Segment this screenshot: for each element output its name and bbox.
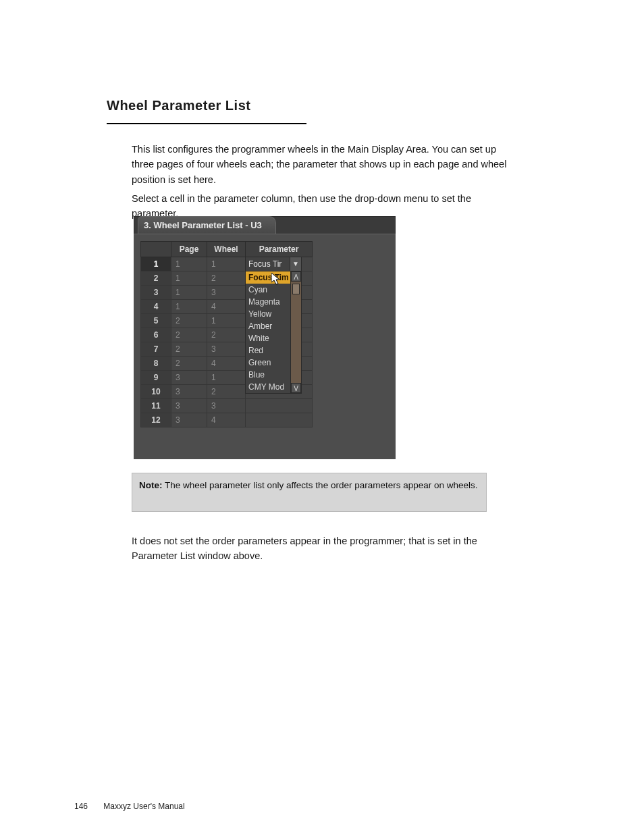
cell-page[interactable]: 3 [171, 371, 207, 385]
cell-page[interactable]: 2 [171, 314, 207, 328]
cell-wheel[interactable]: 1 [207, 257, 246, 271]
grid-header-page[interactable]: Page [171, 242, 207, 257]
cell-page[interactable]: 1 [171, 257, 207, 271]
table-row[interactable]: 12 3 4 [141, 413, 313, 427]
note-label: Note: [139, 480, 163, 490]
row-number: 6 [141, 328, 171, 342]
row-number: 8 [141, 357, 171, 371]
grid-header-parameter[interactable]: Parameter [246, 242, 313, 257]
cell-parameter[interactable] [246, 399, 313, 413]
cell-wheel[interactable]: 2 [207, 271, 246, 286]
dropdown-selected[interactable]: Focus Tir ▼ [245, 257, 302, 271]
row-number: 5 [141, 314, 171, 328]
page-number: 146 [74, 802, 101, 811]
cell-wheel[interactable]: 3 [207, 286, 246, 300]
dropdown-list[interactable]: Focus Tim Cyan Magenta Yellow Amber Whit… [245, 271, 302, 394]
cell-page[interactable]: 3 [171, 399, 207, 413]
row-number: 4 [141, 300, 171, 314]
cell-wheel[interactable]: 3 [207, 399, 246, 413]
chevron-down-icon[interactable]: ▼ [290, 257, 301, 271]
screenshot-wheel-parameter-list: 3. Wheel Parameter List - U3 Page Wheel … [134, 216, 396, 459]
cell-page[interactable]: 2 [171, 328, 207, 342]
window-tab-title[interactable]: 3. Wheel Parameter List - U3 [138, 216, 276, 234]
scroll-down-icon[interactable]: V [291, 383, 301, 393]
parameter-dropdown[interactable]: Focus Tir ▼ Focus Tim Cyan Magenta Yello… [245, 257, 302, 394]
cell-wheel[interactable]: 1 [207, 314, 246, 328]
cell-page[interactable]: 3 [171, 385, 207, 399]
cell-page[interactable]: 2 [171, 357, 207, 371]
grid-header-wheel[interactable]: Wheel [207, 242, 246, 257]
row-number: 12 [141, 413, 171, 427]
dropdown-scrollbar[interactable]: Λ V [290, 271, 301, 393]
body-paragraph-3: It does not set the order parameters app… [132, 533, 510, 564]
dropdown-selected-text: Focus Tir [248, 259, 281, 269]
table-row[interactable]: 11 3 3 [141, 399, 313, 413]
row-number: 7 [141, 342, 171, 357]
row-number: 1 [141, 257, 171, 271]
row-number: 10 [141, 385, 171, 399]
grid-header-rownum [141, 242, 171, 257]
row-number: 2 [141, 271, 171, 286]
scroll-up-icon[interactable]: Λ [291, 271, 301, 282]
window-body: Page Wheel Parameter 1 1 1 [134, 234, 396, 459]
body-paragraph-1: This list configures the programmer whee… [132, 142, 510, 187]
cell-wheel[interactable]: 4 [207, 413, 246, 427]
cell-page[interactable]: 3 [171, 413, 207, 427]
cell-wheel[interactable]: 3 [207, 342, 246, 357]
row-number: 3 [141, 286, 171, 300]
section-rule [107, 123, 306, 124]
cell-page[interactable]: 1 [171, 300, 207, 314]
row-number: 11 [141, 399, 171, 413]
cell-parameter[interactable] [246, 413, 313, 427]
note-text: The wheel parameter list only affects th… [165, 480, 478, 490]
note-box: Note: The wheel parameter list only affe… [132, 473, 487, 512]
page-footer: 146 Maxxyz User's Manual [0, 802, 644, 811]
cell-wheel[interactable]: 1 [207, 371, 246, 385]
cell-page[interactable]: 2 [171, 342, 207, 357]
cell-page[interactable]: 1 [171, 286, 207, 300]
cell-wheel[interactable]: 4 [207, 300, 246, 314]
row-number: 9 [141, 371, 171, 385]
cell-page[interactable]: 1 [171, 271, 207, 286]
cell-wheel[interactable]: 2 [207, 385, 246, 399]
cell-wheel[interactable]: 2 [207, 328, 246, 342]
section-heading: Wheel Parameter List [107, 98, 250, 113]
scroll-thumb[interactable] [292, 284, 300, 294]
cell-wheel[interactable]: 4 [207, 357, 246, 371]
footer-title: Maxxyz User's Manual [103, 802, 184, 811]
